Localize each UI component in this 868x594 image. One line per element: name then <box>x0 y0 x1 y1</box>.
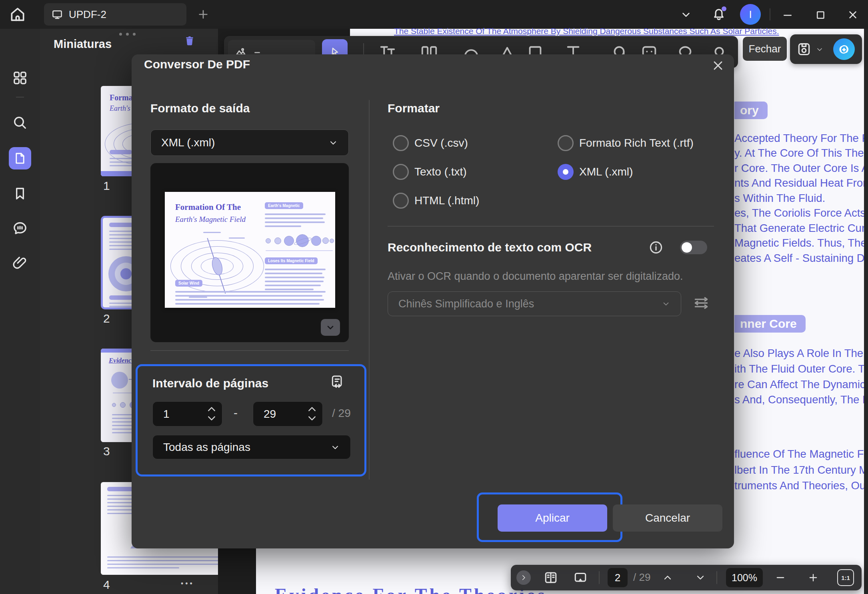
doc-text-line: fluence Of The Magnetic Field On Comp <box>734 448 864 460</box>
close-icon <box>711 58 725 73</box>
doc-text-line: truments And Theories, Our Understand <box>734 479 864 492</box>
document-right-strip: ory Accepted Theory For The Formation Of… <box>734 54 864 594</box>
sidebar-item-comments[interactable] <box>12 220 28 236</box>
thumbnail-more-button[interactable]: ••• <box>181 580 194 588</box>
grid-icon <box>12 70 28 86</box>
avatar[interactable]: I <box>740 4 761 25</box>
document-tab[interactable]: UPDF-2 <box>44 3 186 26</box>
page-number-input[interactable] <box>608 568 628 587</box>
ocr-info-button[interactable] <box>648 240 664 255</box>
range-from-stepper[interactable] <box>206 405 217 423</box>
format-ocr-divider <box>388 226 714 227</box>
apply-button[interactable]: Aplicar <box>498 504 607 532</box>
radio-xml-selected[interactable] <box>558 164 574 180</box>
zoom-level[interactable]: 100% <box>726 568 763 587</box>
next-page-button[interactable] <box>695 572 706 583</box>
expand-button[interactable] <box>516 570 531 585</box>
sidebar-item-thumbnails-active[interactable] <box>9 147 31 169</box>
radio-csv-label[interactable]: CSV (.csv) <box>414 135 468 151</box>
doc-text-line: e Also Plays A Role In The Magnetic Fie <box>734 347 864 360</box>
conversion-preview-panel: Formation Of The Earth's Magnetic Field … <box>150 163 349 342</box>
doc-text-line: Accepted Theory For The Formation Of T <box>734 132 864 145</box>
radio-txt-label[interactable]: Texto (.txt) <box>414 164 467 180</box>
sliders-icon <box>692 294 710 312</box>
sidebar-divider <box>16 97 24 98</box>
sidebar-item-attachments[interactable] <box>12 255 28 271</box>
home-icon <box>9 6 26 23</box>
maximize-button[interactable] <box>814 9 827 21</box>
doc-text-line: eates A Self - Sustaining Dynamo Proce <box>734 252 864 265</box>
doc-range-icon <box>329 374 345 390</box>
doc-text-line: That Generate Electric Currents. Accor <box>734 222 864 235</box>
preview-badge-3: Solar Wind <box>175 280 202 287</box>
dialog-close-button[interactable] <box>711 58 725 73</box>
plus-icon <box>808 572 819 583</box>
close-mode-button[interactable]: Fechar <box>743 37 787 61</box>
ocr-language-value: Chinês Simplificado e Inglês <box>398 298 534 310</box>
ocr-language-dropdown-disabled[interactable]: Chinês Simplificado e Inglês <box>388 291 681 316</box>
preview-next-page-button[interactable] <box>321 319 340 336</box>
save-icon <box>796 42 812 57</box>
ocr-hint: Ativar o OCR quando o documento aparenta… <box>388 270 683 283</box>
previous-page-button[interactable] <box>662 572 673 583</box>
book-icon <box>544 570 558 585</box>
bottombar-divider <box>716 571 717 584</box>
scrollbar-track[interactable] <box>864 29 868 594</box>
notifications-button[interactable] <box>711 6 726 22</box>
chevron-down-icon <box>328 138 338 148</box>
bookmark-icon <box>12 185 28 201</box>
new-tab-button[interactable] <box>197 8 210 21</box>
ai-assistant-button[interactable] <box>833 38 855 60</box>
zoom-out-button[interactable] <box>775 572 786 583</box>
close-window-button[interactable] <box>846 9 859 21</box>
page-range-label: Intervalo de páginas <box>152 377 268 390</box>
document-top-text-line: The Stable Existence Of The Atmosphere B… <box>394 26 779 36</box>
radio-txt[interactable] <box>393 164 409 180</box>
doc-text-line: lbert In The 17th Century Made Signific <box>734 464 864 476</box>
chevron-down-icon <box>680 9 692 21</box>
doc-text-line: s Within The Fluid. <box>734 192 825 205</box>
save-button[interactable] <box>796 42 812 57</box>
maximize-icon <box>814 9 827 21</box>
bottombar-divider <box>599 571 600 584</box>
paperclip-icon <box>12 255 28 271</box>
cancel-button[interactable]: Cancelar <box>613 504 722 532</box>
radio-csv[interactable] <box>393 135 409 151</box>
radio-xml-label[interactable]: XML (.xml) <box>579 164 633 180</box>
left-sidebar <box>0 29 40 594</box>
notification-dot <box>722 6 726 11</box>
titlebar-dropdown-button[interactable] <box>680 9 692 21</box>
radio-rtf[interactable] <box>558 135 574 151</box>
minimize-button[interactable] <box>781 9 794 21</box>
sidebar-item-grid[interactable] <box>12 70 28 86</box>
home-button[interactable] <box>9 6 26 23</box>
reading-mode-button[interactable] <box>544 570 558 585</box>
presentation-button[interactable] <box>573 570 588 585</box>
output-format-dropdown[interactable]: XML (.xml) <box>150 130 349 156</box>
ocr-toggle-off[interactable] <box>680 241 707 254</box>
range-total: / 29 <box>332 407 351 420</box>
output-format-value: XML (.xml) <box>161 136 215 149</box>
sidebar-item-search[interactable] <box>12 115 28 131</box>
radio-html[interactable] <box>393 193 409 209</box>
actual-size-button[interactable]: 1:1 <box>837 569 854 586</box>
left-column-divider <box>150 350 349 351</box>
preview-badge-1: Earth's Magnetic <box>265 202 303 209</box>
sidebar-item-bookmarks[interactable] <box>12 185 28 201</box>
delete-page-button[interactable] <box>184 35 195 46</box>
search-icon <box>12 115 28 131</box>
zoom-in-button[interactable] <box>808 572 819 583</box>
plus-icon <box>197 8 210 21</box>
range-to-stepper[interactable] <box>307 405 317 423</box>
doc-text-line: r Core. The Outer Core Is A Fluid Layer <box>734 162 864 175</box>
radio-html-label[interactable]: HTML (.html) <box>414 193 479 209</box>
custom-range-icon-button[interactable] <box>329 374 345 390</box>
preview-title1: Formation Of The <box>175 202 241 212</box>
save-dropdown-button[interactable] <box>816 46 824 54</box>
radio-rtf-label[interactable]: Formato Rich Text (.rtf) <box>579 135 694 151</box>
next-page-title: Evidence For The Theories <box>275 584 547 594</box>
ocr-settings-button[interactable] <box>692 294 710 312</box>
panel-drag-handle[interactable] <box>119 33 136 36</box>
range-mode-dropdown[interactable]: Todas as páginas <box>152 435 351 459</box>
app-window: UPDF-2 I <box>0 0 868 594</box>
